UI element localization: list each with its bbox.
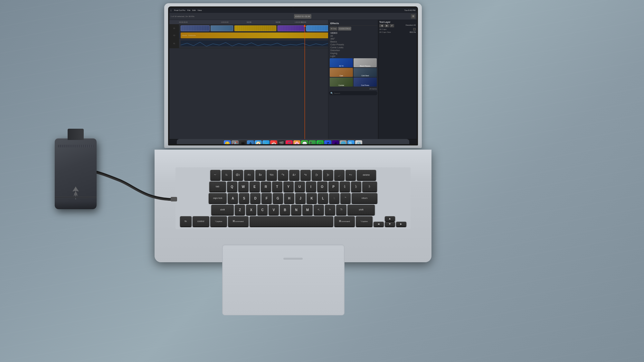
clip-3[interactable] <box>234 25 276 31</box>
key-7[interactable]: &7 <box>289 170 299 180</box>
dock-messages[interactable]: 💬 <box>301 140 308 144</box>
effect-thumb-coldsteel[interactable]: Cold Steel <box>354 68 377 77</box>
key-a[interactable]: A <box>228 193 238 203</box>
effect-cat-video[interactable]: VIDEO <box>329 32 377 34</box>
key-4[interactable]: $4 <box>255 170 266 180</box>
key-command-left[interactable]: ⌘ command <box>228 216 249 227</box>
clip-4[interactable] <box>278 25 305 31</box>
effect-cat-distortion[interactable]: Distortion <box>329 49 377 52</box>
key-c[interactable]: C <box>257 205 268 215</box>
file-menu[interactable]: File <box>187 9 191 11</box>
key-backslash[interactable]: |\ <box>362 181 377 192</box>
dock-chrome[interactable]: 🌐 <box>340 140 347 144</box>
key-tab[interactable]: tab <box>209 181 226 192</box>
key-capslock[interactable]: caps lock <box>209 193 227 203</box>
key-s[interactable]: S <box>239 193 249 203</box>
key-x[interactable]: X <box>246 205 256 215</box>
inspector-btn-1[interactable]: ◀ <box>379 24 384 27</box>
key-bracket-open[interactable]: {[ <box>340 181 350 192</box>
key-period[interactable]: >. <box>325 205 335 215</box>
effect-thumb-cast[interactable]: Cast <box>330 68 353 77</box>
effect-cat-comic[interactable]: Comic Looks <box>329 46 377 49</box>
key-f[interactable]: F <box>261 193 272 203</box>
key-shift-right[interactable]: shift <box>347 205 375 215</box>
key-k[interactable]: K <box>307 193 317 203</box>
dock-twitter[interactable]: 🐦 <box>262 140 270 144</box>
key-shift-left[interactable]: shift <box>211 205 234 215</box>
key-i[interactable]: I <box>306 181 316 192</box>
key-t[interactable]: T <box>272 181 282 192</box>
edit-menu[interactable]: Edit <box>192 9 195 11</box>
dock-photos[interactable]: 🌸 <box>293 140 300 144</box>
view-menu[interactable]: View <box>198 9 202 11</box>
trackpad[interactable] <box>222 245 345 315</box>
apple-menu[interactable]:  <box>171 9 172 12</box>
dock-facetime[interactable]: 📞 <box>309 140 316 144</box>
dock-system[interactable]: ⚙️ <box>355 140 362 144</box>
clip-1[interactable] <box>181 25 210 31</box>
key-equals[interactable]: += <box>346 170 356 180</box>
key-backtick[interactable]: ~` <box>210 170 221 180</box>
inspector-toggle[interactable]: ⊞ <box>411 14 415 19</box>
key-arrow-right[interactable]: ► <box>396 222 406 227</box>
dock-finder[interactable]: 😀 <box>224 140 231 144</box>
key-fn[interactable]: fn <box>180 216 192 227</box>
key-arrow-up[interactable]: ▲ <box>385 216 395 221</box>
key-space[interactable] <box>250 216 333 227</box>
effect-cat-colorpreset[interactable]: Color Presets <box>329 43 377 46</box>
key-e[interactable]: E <box>250 181 260 192</box>
key-comma[interactable]: <, <box>314 205 324 215</box>
key-delete[interactable]: delete <box>357 170 376 180</box>
key-r[interactable]: R <box>261 181 271 192</box>
4k-only-toggle[interactable]: 4K Only <box>330 27 337 31</box>
key-slash[interactable]: ?/ <box>336 205 346 215</box>
dock-spotify[interactable]: 🎧 <box>317 140 324 144</box>
key-9[interactable]: (9 <box>312 170 322 180</box>
key-j[interactable]: J <box>295 193 306 203</box>
fcp-menu[interactable]: Final Cut Pro <box>174 9 185 11</box>
key-d[interactable]: D <box>250 193 260 203</box>
dock-launchpad[interactable]: 🚀 <box>232 140 239 144</box>
dock-slack[interactable]: # <box>332 140 339 144</box>
effect-cat-light[interactable]: Light <box>329 55 377 58</box>
key-w[interactable]: W <box>238 181 249 192</box>
allcaps-checkbox[interactable] <box>413 28 416 31</box>
effect-thumb-bleach[interactable]: Bleach Bypass <box>354 58 377 67</box>
dock-music[interactable]: 🎵 <box>286 140 293 144</box>
key-g[interactable]: G <box>273 193 283 203</box>
dock-calendar[interactable]: 📅 <box>270 140 277 144</box>
effect-cat-basics[interactable]: Basics <box>329 40 377 43</box>
effect-thumb-4ktv[interactable]: 4K TV <box>330 58 353 67</box>
key-return[interactable]: return <box>352 193 377 203</box>
inspector-btn-3[interactable]: ✗ <box>390 24 394 27</box>
key-control[interactable]: control <box>193 216 209 227</box>
key-minus[interactable]: _- <box>334 170 345 180</box>
effects-search[interactable]: 🔍 Search <box>329 91 377 95</box>
key-l[interactable]: L <box>318 193 328 203</box>
clip-5-selected[interactable] <box>306 25 328 31</box>
key-n[interactable]: N <box>291 205 301 215</box>
dock-finder2[interactable]: 🔍 <box>347 140 355 144</box>
key-option-left[interactable]: ⌥ option <box>210 216 227 227</box>
key-o[interactable]: O <box>317 181 327 192</box>
key-arrow-left[interactable]: ◄ <box>374 222 384 227</box>
key-b[interactable]: B <box>280 205 290 215</box>
effect-thumb-cooltones[interactable]: Cool Tones <box>354 78 377 87</box>
key-0[interactable]: )0 <box>323 170 333 180</box>
effect-cat-all[interactable]: All <box>329 34 377 37</box>
dock-fcp[interactable]: 🎬 <box>278 140 285 144</box>
key-u[interactable]: U <box>295 181 305 192</box>
key-z[interactable]: Z <box>235 205 245 215</box>
key-y[interactable]: Y <box>283 181 294 192</box>
key-bracket-close[interactable]: }] <box>351 181 361 192</box>
audio-clip-main[interactable]: Islands - Kicktracks <box>181 32 328 38</box>
key-6[interactable]: ^6 <box>278 170 288 180</box>
dock-zoom[interactable]: Z <box>324 140 331 144</box>
key-v[interactable]: V <box>269 205 279 215</box>
effect-cat-keying[interactable]: Keying <box>329 52 377 55</box>
waveform-clip[interactable] <box>181 41 328 46</box>
dock-appstore[interactable]: A <box>247 140 254 144</box>
effect-cat-360[interactable]: 360° <box>329 37 377 40</box>
key-3[interactable]: #3 <box>244 170 254 180</box>
key-arrow-down[interactable]: ▼ <box>385 222 395 227</box>
